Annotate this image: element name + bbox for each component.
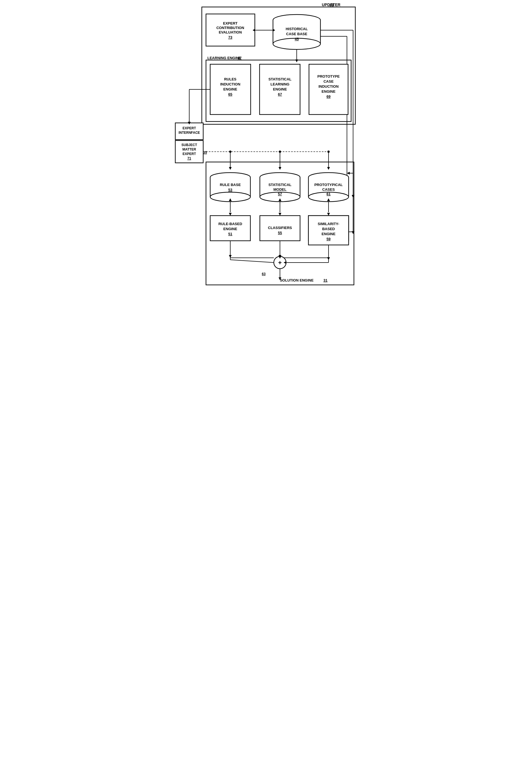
svg-marker-17 <box>273 29 275 31</box>
svg-marker-129 <box>279 255 281 258</box>
svg-text:RULE-BASED: RULE-BASED <box>218 222 242 226</box>
svg-marker-143 <box>284 261 287 264</box>
svg-rect-113 <box>308 215 349 241</box>
svg-marker-96 <box>347 172 350 174</box>
svg-point-72 <box>210 172 250 182</box>
svg-text:ENGINE: ENGINE <box>223 87 237 91</box>
svg-text:EVALUATION: EVALUATION <box>219 30 242 34</box>
svg-point-8 <box>273 15 321 26</box>
svg-text:69: 69 <box>327 94 331 99</box>
svg-marker-148 <box>279 256 281 259</box>
svg-text:55: 55 <box>278 231 282 235</box>
svg-text:SIMILARITY-: SIMILARITY- <box>318 222 339 226</box>
svg-text:EXPERT: EXPERT <box>183 126 196 130</box>
svg-marker-102 <box>279 213 281 215</box>
svg-text:SOLUTION ENGINE: SOLUTION ENGINE <box>280 278 314 282</box>
svg-marker-18 <box>253 29 255 31</box>
svg-text:59: 59 <box>327 237 331 241</box>
svg-marker-104 <box>327 198 330 201</box>
svg-text:PROTOTYPICAL: PROTOTYPICAL <box>314 183 343 187</box>
svg-text:71: 71 <box>187 157 191 160</box>
svg-rect-49 <box>175 140 203 163</box>
svg-text:BASED: BASED <box>322 227 335 231</box>
svg-text:CASE: CASE <box>324 79 333 83</box>
svg-line-138 <box>230 258 274 262</box>
svg-rect-106 <box>210 215 250 241</box>
svg-rect-73 <box>210 177 250 197</box>
svg-text:ENGINE: ENGINE <box>273 87 287 91</box>
svg-text:35: 35 <box>203 151 207 155</box>
svg-point-79 <box>260 172 300 182</box>
svg-text:43: 43 <box>330 3 334 7</box>
svg-marker-56 <box>188 122 191 124</box>
svg-point-91 <box>308 192 349 202</box>
svg-rect-27 <box>206 60 351 121</box>
svg-rect-0 <box>202 7 355 124</box>
svg-rect-3 <box>206 14 255 46</box>
svg-text:MATTER: MATTER <box>182 148 196 151</box>
svg-point-87 <box>308 172 349 182</box>
svg-marker-137 <box>229 245 232 257</box>
svg-point-62 <box>328 151 330 153</box>
svg-text:CASES: CASES <box>322 187 335 192</box>
svg-text:73: 73 <box>228 35 232 39</box>
svg-text:65: 65 <box>228 92 232 96</box>
svg-text:67: 67 <box>278 92 282 96</box>
svg-text:61: 61 <box>327 192 331 196</box>
svg-text:SIMILARITY-: SIMILARITY- <box>318 222 339 226</box>
svg-marker-127 <box>229 255 232 258</box>
svg-text:ENGINE: ENGINE <box>322 89 335 94</box>
svg-text:ENGINE: ENGINE <box>322 232 335 236</box>
svg-rect-35 <box>260 64 300 115</box>
svg-rect-110 <box>260 215 300 241</box>
svg-rect-9 <box>273 20 321 44</box>
svg-rect-80 <box>260 177 300 197</box>
svg-text:+: + <box>278 259 282 266</box>
svg-marker-69 <box>279 167 281 170</box>
svg-text:SUBJECT: SUBJECT <box>181 143 197 147</box>
svg-marker-124 <box>352 231 354 234</box>
svg-text:CONTRIBUTION: CONTRIBUTION <box>216 26 244 30</box>
svg-marker-101 <box>279 198 281 201</box>
svg-text:RULES: RULES <box>224 77 237 81</box>
svg-marker-105 <box>327 213 330 215</box>
svg-text:PROTOTYPE: PROTOTYPE <box>317 74 340 78</box>
svg-text:INDUCTION: INDUCTION <box>220 82 240 86</box>
svg-text:LEARNING: LEARNING <box>270 82 289 86</box>
svg-point-83 <box>260 192 300 202</box>
svg-text:ENGINE: ENGINE <box>223 227 237 231</box>
svg-marker-131 <box>327 257 330 260</box>
svg-text:STATISTICAL: STATISTICAL <box>269 77 292 81</box>
svg-rect-88 <box>308 177 349 197</box>
svg-text:CASE BASE: CASE BASE <box>286 32 307 36</box>
svg-text:53: 53 <box>228 188 232 192</box>
svg-line-140 <box>230 260 274 262</box>
svg-text:63: 63 <box>262 272 266 276</box>
svg-marker-67 <box>229 167 232 170</box>
svg-text:EXPERT: EXPERT <box>183 152 196 156</box>
svg-rect-63 <box>206 162 354 285</box>
svg-point-61 <box>279 151 281 153</box>
svg-marker-23 <box>352 195 354 198</box>
svg-text:45: 45 <box>295 37 299 41</box>
svg-rect-30 <box>210 64 251 115</box>
svg-text:HISTORICAL: HISTORICAL <box>286 27 308 31</box>
svg-point-60 <box>229 151 231 153</box>
svg-text:51: 51 <box>228 232 232 236</box>
svg-text:31: 31 <box>324 278 328 282</box>
svg-marker-98 <box>229 198 232 201</box>
svg-text:INTERNFACE: INTERNFACE <box>179 131 200 135</box>
svg-text:BASED: BASED <box>322 227 335 231</box>
svg-rect-118 <box>308 215 349 245</box>
svg-text:59: 59 <box>327 237 331 241</box>
svg-rect-40 <box>309 64 348 115</box>
svg-marker-71 <box>327 167 330 170</box>
svg-marker-99 <box>229 213 232 215</box>
svg-text:47: 47 <box>238 56 242 60</box>
svg-point-133 <box>274 257 286 269</box>
svg-text:INDUCTION: INDUCTION <box>319 84 338 88</box>
svg-rect-46 <box>175 123 203 140</box>
svg-point-76 <box>210 192 250 202</box>
svg-marker-20 <box>295 60 298 62</box>
svg-text:STATISTICAL: STATISTICAL <box>269 183 292 187</box>
